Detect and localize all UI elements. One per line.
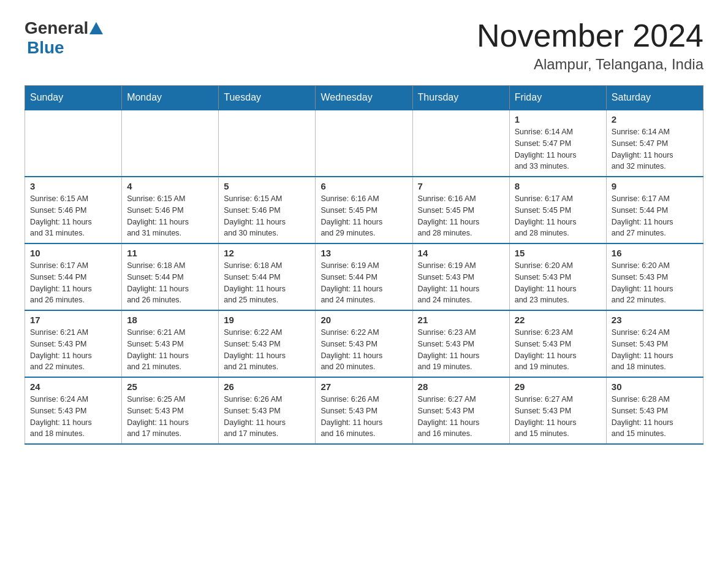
day-info: Sunrise: 6:14 AM Sunset: 5:47 PM Dayligh… (612, 126, 698, 172)
day-info: Sunrise: 6:15 AM Sunset: 5:46 PM Dayligh… (127, 193, 213, 239)
day-number: 5 (224, 181, 310, 191)
day-info: Sunrise: 6:19 AM Sunset: 5:44 PM Dayligh… (320, 260, 407, 306)
day-info: Sunrise: 6:24 AM Sunset: 5:43 PM Dayligh… (30, 394, 116, 440)
calendar-cell: 7Sunrise: 6:16 AM Sunset: 5:45 PM Daylig… (412, 177, 509, 243)
day-number: 10 (30, 248, 116, 258)
day-info: Sunrise: 6:17 AM Sunset: 5:44 PM Dayligh… (30, 260, 116, 306)
day-number: 22 (515, 315, 601, 325)
calendar-cell: 14Sunrise: 6:19 AM Sunset: 5:43 PM Dayli… (412, 243, 509, 310)
calendar-cell: 1Sunrise: 6:14 AM Sunset: 5:47 PM Daylig… (509, 110, 606, 177)
day-info: Sunrise: 6:15 AM Sunset: 5:46 PM Dayligh… (224, 193, 310, 239)
day-info: Sunrise: 6:20 AM Sunset: 5:43 PM Dayligh… (515, 260, 601, 306)
calendar-day-header: Saturday (606, 86, 703, 110)
calendar-cell: 5Sunrise: 6:15 AM Sunset: 5:46 PM Daylig… (219, 177, 316, 243)
calendar-week-row: 3Sunrise: 6:15 AM Sunset: 5:46 PM Daylig… (25, 177, 703, 243)
day-info: Sunrise: 6:19 AM Sunset: 5:43 PM Dayligh… (418, 260, 504, 306)
calendar-cell: 13Sunrise: 6:19 AM Sunset: 5:44 PM Dayli… (316, 243, 412, 310)
day-info: Sunrise: 6:23 AM Sunset: 5:43 PM Dayligh… (418, 327, 504, 373)
day-number: 3 (30, 181, 116, 191)
day-number: 23 (612, 315, 698, 325)
day-number: 8 (515, 181, 601, 191)
calendar-day-header: Sunday (25, 86, 122, 110)
day-info: Sunrise: 6:22 AM Sunset: 5:43 PM Dayligh… (224, 327, 310, 373)
logo-triangle-icon (89, 22, 103, 34)
day-number: 9 (612, 181, 698, 191)
day-number: 13 (320, 248, 407, 258)
calendar-cell: 4Sunrise: 6:15 AM Sunset: 5:46 PM Daylig… (122, 177, 219, 243)
day-info: Sunrise: 6:21 AM Sunset: 5:43 PM Dayligh… (30, 327, 116, 373)
calendar-cell: 8Sunrise: 6:17 AM Sunset: 5:45 PM Daylig… (509, 177, 606, 243)
day-number: 2 (612, 114, 698, 124)
day-number: 27 (320, 381, 407, 392)
day-info: Sunrise: 6:16 AM Sunset: 5:45 PM Dayligh… (418, 193, 504, 239)
logo: General Blue (25, 18, 103, 58)
logo-blue-text: Blue (27, 38, 64, 57)
day-info: Sunrise: 6:17 AM Sunset: 5:45 PM Dayligh… (515, 193, 601, 239)
calendar-cell: 10Sunrise: 6:17 AM Sunset: 5:44 PM Dayli… (25, 243, 122, 310)
calendar-cell: 12Sunrise: 6:18 AM Sunset: 5:44 PM Dayli… (219, 243, 316, 310)
calendar-header-row: SundayMondayTuesdayWednesdayThursdayFrid… (25, 86, 703, 110)
calendar-cell: 3Sunrise: 6:15 AM Sunset: 5:46 PM Daylig… (25, 177, 122, 243)
calendar-cell: 16Sunrise: 6:20 AM Sunset: 5:43 PM Dayli… (606, 243, 703, 310)
calendar-week-row: 24Sunrise: 6:24 AM Sunset: 5:43 PM Dayli… (25, 377, 703, 444)
day-number: 26 (224, 381, 310, 392)
calendar-cell: 25Sunrise: 6:25 AM Sunset: 5:43 PM Dayli… (122, 377, 219, 444)
calendar-cell: 23Sunrise: 6:24 AM Sunset: 5:43 PM Dayli… (606, 310, 703, 377)
day-number: 20 (320, 315, 407, 325)
calendar-cell: 2Sunrise: 6:14 AM Sunset: 5:47 PM Daylig… (606, 110, 703, 177)
svg-marker-0 (89, 22, 103, 34)
calendar-cell: 11Sunrise: 6:18 AM Sunset: 5:44 PM Dayli… (122, 243, 219, 310)
day-number: 28 (418, 381, 504, 392)
calendar-cell: 20Sunrise: 6:22 AM Sunset: 5:43 PM Dayli… (316, 310, 412, 377)
day-number: 17 (30, 315, 116, 325)
calendar-table: SundayMondayTuesdayWednesdayThursdayFrid… (25, 85, 703, 445)
calendar-day-header: Thursday (412, 86, 509, 110)
calendar-cell: 28Sunrise: 6:27 AM Sunset: 5:43 PM Dayli… (412, 377, 509, 444)
calendar-cell: 19Sunrise: 6:22 AM Sunset: 5:43 PM Dayli… (219, 310, 316, 377)
day-number: 21 (418, 315, 504, 325)
day-info: Sunrise: 6:18 AM Sunset: 5:44 PM Dayligh… (127, 260, 213, 306)
calendar-cell (219, 110, 316, 177)
calendar-cell: 22Sunrise: 6:23 AM Sunset: 5:43 PM Dayli… (509, 310, 606, 377)
day-number: 7 (418, 181, 504, 191)
day-info: Sunrise: 6:24 AM Sunset: 5:43 PM Dayligh… (612, 327, 698, 373)
subtitle: Alampur, Telangana, India (477, 56, 703, 73)
logo-general-text: General (25, 18, 88, 38)
day-number: 29 (515, 381, 601, 392)
day-info: Sunrise: 6:26 AM Sunset: 5:43 PM Dayligh… (320, 394, 407, 440)
day-info: Sunrise: 6:20 AM Sunset: 5:43 PM Dayligh… (612, 260, 698, 306)
day-info: Sunrise: 6:27 AM Sunset: 5:43 PM Dayligh… (418, 394, 504, 440)
calendar-cell: 29Sunrise: 6:27 AM Sunset: 5:43 PM Dayli… (509, 377, 606, 444)
day-info: Sunrise: 6:17 AM Sunset: 5:44 PM Dayligh… (612, 193, 698, 239)
day-number: 24 (30, 381, 116, 392)
day-number: 4 (127, 181, 213, 191)
day-info: Sunrise: 6:22 AM Sunset: 5:43 PM Dayligh… (320, 327, 407, 373)
day-number: 1 (515, 114, 601, 124)
calendar-cell: 6Sunrise: 6:16 AM Sunset: 5:45 PM Daylig… (316, 177, 412, 243)
day-number: 11 (127, 248, 213, 258)
day-info: Sunrise: 6:27 AM Sunset: 5:43 PM Dayligh… (515, 394, 601, 440)
day-info: Sunrise: 6:28 AM Sunset: 5:43 PM Dayligh… (612, 394, 698, 440)
day-number: 14 (418, 248, 504, 258)
day-number: 12 (224, 248, 310, 258)
day-number: 25 (127, 381, 213, 392)
day-number: 6 (320, 181, 407, 191)
day-info: Sunrise: 6:25 AM Sunset: 5:43 PM Dayligh… (127, 394, 213, 440)
calendar-cell: 24Sunrise: 6:24 AM Sunset: 5:43 PM Dayli… (25, 377, 122, 444)
day-number: 18 (127, 315, 213, 325)
page-header: General Blue November 2024 Alampur, Tela… (25, 18, 703, 73)
calendar-cell (316, 110, 412, 177)
day-info: Sunrise: 6:18 AM Sunset: 5:44 PM Dayligh… (224, 260, 310, 306)
calendar-cell: 26Sunrise: 6:26 AM Sunset: 5:43 PM Dayli… (219, 377, 316, 444)
calendar-cell (25, 110, 122, 177)
day-number: 15 (515, 248, 601, 258)
calendar-day-header: Friday (509, 86, 606, 110)
day-info: Sunrise: 6:23 AM Sunset: 5:43 PM Dayligh… (515, 327, 601, 373)
calendar-day-header: Wednesday (316, 86, 412, 110)
main-title: November 2024 (477, 18, 703, 53)
calendar-cell (412, 110, 509, 177)
calendar-cell: 15Sunrise: 6:20 AM Sunset: 5:43 PM Dayli… (509, 243, 606, 310)
calendar-cell: 18Sunrise: 6:21 AM Sunset: 5:43 PM Dayli… (122, 310, 219, 377)
day-info: Sunrise: 6:26 AM Sunset: 5:43 PM Dayligh… (224, 394, 310, 440)
day-number: 19 (224, 315, 310, 325)
